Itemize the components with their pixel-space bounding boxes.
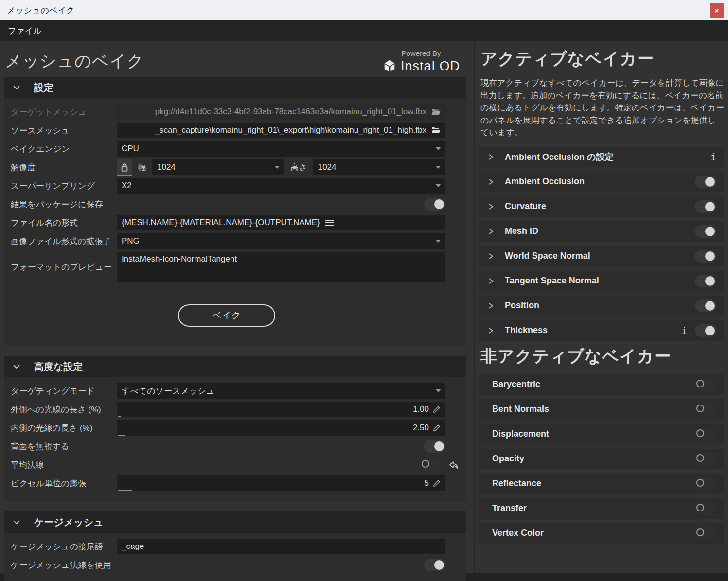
chevron-right-icon bbox=[487, 228, 494, 235]
bake-panel-header: メッシュのベイク Powered By InstaLOD bbox=[4, 46, 466, 77]
filename-format-field[interactable]: {MESH.NAME}-{MATERIAL.NAME}-{OUTPUT.NAME… bbox=[117, 215, 445, 230]
ignore-backfaces-row: 背面を無視する bbox=[8, 439, 445, 454]
baker-label: Displacement bbox=[492, 429, 549, 439]
slider-handle[interactable] bbox=[118, 416, 121, 417]
folder-icon[interactable] bbox=[431, 126, 441, 134]
width-dropdown[interactable]: 1024 bbox=[152, 159, 284, 175]
width-label: 幅 bbox=[138, 162, 146, 173]
baker-row-position[interactable]: Position bbox=[479, 296, 724, 316]
baker-row-reflectance[interactable]: Reflectance bbox=[479, 474, 724, 494]
source-mesh-field[interactable]: _scan_capture\komainu_right_01\_export\h… bbox=[117, 123, 445, 138]
cage-suffix-row: ケージメッシュの接尾語 _cage bbox=[8, 539, 445, 554]
baker-label: Reflectance bbox=[492, 478, 541, 489]
baker-row-world-space-normal[interactable]: World Space Normal bbox=[479, 246, 724, 266]
height-dropdown[interactable]: 1024 bbox=[313, 159, 445, 175]
main-content: メッシュのベイク Powered By InstaLOD bbox=[0, 41, 728, 573]
baker-row-barycentric[interactable]: Barycentric bbox=[479, 374, 724, 395]
powered-by-label: Powered By bbox=[402, 49, 441, 57]
image-extension-row: 画像ファイル形式の拡張子 PNG bbox=[8, 233, 445, 249]
baker-label: Vertex Color bbox=[492, 528, 544, 538]
average-normals-toggle[interactable] bbox=[420, 458, 442, 471]
pencil-icon[interactable] bbox=[433, 424, 441, 432]
cage-mesh-section: ケージメッシュ ケージメッシュの接尾語 _cage ケージメッシュ法線を使用 bbox=[4, 511, 466, 581]
use-cage-normals-row: ケージメッシュ法線を使用 bbox=[8, 557, 445, 573]
baker-row-curvature[interactable]: Curvature bbox=[479, 196, 724, 217]
average-normals-label: 平均法線 bbox=[8, 459, 117, 471]
transfer-toggle[interactable] bbox=[695, 502, 716, 515]
chevron-right-icon bbox=[487, 252, 494, 260]
page-title: メッシュのベイク bbox=[5, 50, 144, 72]
image-extension-dropdown[interactable]: PNG bbox=[117, 233, 445, 249]
chevron-right-icon bbox=[487, 277, 494, 285]
baker-row-opacity[interactable]: Opacity bbox=[479, 449, 724, 469]
resolution-row: 解像度 幅 1024 高さ bbox=[8, 159, 445, 175]
pixel-dilation-slider[interactable]: 5 bbox=[117, 475, 445, 491]
targeting-mode-dropdown[interactable]: すべてのソースメッシュ bbox=[117, 383, 445, 399]
ambient-occlusion-toggle[interactable] bbox=[695, 176, 716, 188]
pencil-icon[interactable] bbox=[433, 405, 441, 413]
ignore-backfaces-toggle[interactable] bbox=[424, 440, 445, 453]
slider-handle[interactable] bbox=[118, 490, 132, 491]
baker-row-tangent-space-normal[interactable]: Tangent Space Normal bbox=[479, 271, 724, 291]
slider-handle[interactable] bbox=[118, 435, 125, 436]
supersampling-dropdown[interactable]: X2 bbox=[117, 178, 445, 194]
source-mesh-value: _scan_capture\komainu_right_01\_export\h… bbox=[122, 125, 426, 135]
save-to-package-label: 結果をパッケージに保存 bbox=[8, 199, 117, 210]
bent-normals-toggle[interactable] bbox=[695, 403, 716, 416]
opacity-toggle[interactable] bbox=[695, 453, 716, 465]
outward-ray-slider[interactable]: 1.00 bbox=[117, 402, 445, 417]
cage-suffix-input[interactable]: _cage bbox=[117, 539, 445, 554]
displacement-toggle[interactable] bbox=[695, 428, 716, 440]
average-normals-row: 平均法線 bbox=[8, 457, 445, 473]
close-button[interactable]: × bbox=[710, 3, 724, 18]
bake-engine-dropdown[interactable]: CPU bbox=[117, 141, 445, 157]
width-value: 1024 bbox=[157, 162, 176, 172]
baker-row-thickness[interactable]: Thickness i bbox=[479, 320, 724, 341]
thickness-toggle[interactable] bbox=[695, 324, 716, 337]
baker-label: Ambient Occlusion bbox=[505, 176, 585, 187]
pencil-icon[interactable] bbox=[433, 479, 441, 487]
curvature-toggle[interactable] bbox=[695, 200, 716, 213]
position-toggle[interactable] bbox=[695, 299, 716, 312]
info-icon[interactable]: i bbox=[681, 325, 687, 336]
menu-list-icon[interactable] bbox=[325, 219, 334, 226]
pixel-dilation-label: ピクセル単位の膨張 bbox=[8, 478, 117, 489]
baker-row-mesh-id[interactable]: Mesh ID bbox=[479, 221, 724, 242]
mesh-id-toggle[interactable] bbox=[695, 225, 716, 238]
chevron-down-icon bbox=[436, 147, 441, 150]
resolution-lock-button[interactable] bbox=[117, 159, 132, 175]
bake-panel: メッシュのベイク Powered By InstaLOD bbox=[0, 41, 474, 573]
baker-row-bent-normals[interactable]: Bent Normals bbox=[479, 399, 724, 420]
baker-row-ao-settings[interactable]: Ambient Occlusion の設定 i bbox=[479, 147, 724, 167]
save-to-package-toggle[interactable] bbox=[424, 198, 445, 211]
ignore-backfaces-label: 背面を無視する bbox=[8, 441, 117, 452]
vertex-color-toggle[interactable] bbox=[695, 527, 716, 540]
baker-row-ambient-occlusion[interactable]: Ambient Occlusion bbox=[479, 172, 724, 192]
world-space-normal-toggle[interactable] bbox=[695, 250, 716, 263]
bake-engine-value: CPU bbox=[122, 144, 139, 154]
source-mesh-label: ソースメッシュ bbox=[8, 125, 117, 136]
targeting-mode-value: すべてのソースメッシュ bbox=[122, 386, 214, 397]
menu-bar: ファイル bbox=[0, 20, 728, 41]
inward-ray-slider[interactable]: 2.50 bbox=[117, 420, 445, 436]
baker-row-vertex-color[interactable]: Vertex Color bbox=[479, 523, 724, 544]
use-cage-normals-toggle[interactable] bbox=[424, 559, 445, 571]
target-mesh-row: ターゲットメッシュ pkg://d4e11d0c-33c3-4bf2-93ab-… bbox=[8, 104, 445, 120]
reflectance-toggle[interactable] bbox=[695, 477, 716, 490]
bake-button[interactable]: ベイク bbox=[178, 304, 275, 327]
cage-section-header[interactable]: ケージメッシュ bbox=[4, 511, 466, 533]
advanced-section-header[interactable]: 高度な設定 bbox=[4, 356, 466, 377]
advanced-settings-section: 高度な設定 ターゲティングモード すべてのソースメッシュ 外側への光線の長さ (… bbox=[4, 356, 466, 501]
menu-item-file[interactable]: ファイル bbox=[8, 25, 42, 36]
settings-section-header[interactable]: 設定 bbox=[4, 77, 466, 98]
baker-row-displacement[interactable]: Displacement bbox=[479, 424, 724, 444]
baker-row-transfer[interactable]: Transfer bbox=[479, 498, 724, 519]
advanced-section-title: 高度な設定 bbox=[34, 360, 83, 373]
barycentric-toggle[interactable] bbox=[695, 378, 716, 391]
height-value: 1024 bbox=[318, 162, 337, 172]
undo-icon[interactable] bbox=[448, 460, 459, 470]
tangent-space-normal-toggle[interactable] bbox=[695, 275, 716, 287]
filename-format-value: {MESH.NAME}-{MATERIAL.NAME}-{OUTPUT.NAME… bbox=[122, 218, 320, 228]
folder-icon[interactable] bbox=[431, 108, 441, 116]
info-icon[interactable]: i bbox=[710, 151, 716, 163]
